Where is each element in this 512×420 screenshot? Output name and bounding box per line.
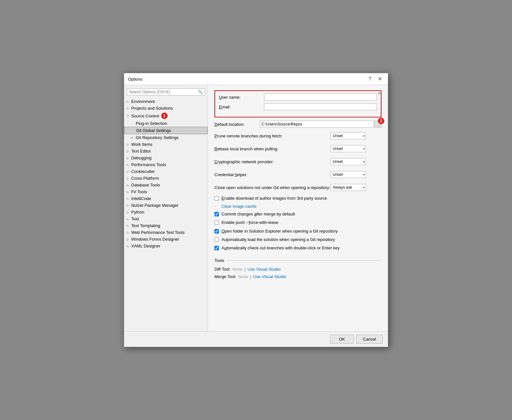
enable-download-checkbox[interactable] (214, 196, 219, 201)
sidebar-label-debugging: Debugging (131, 155, 152, 160)
scroll-up-icon[interactable]: ▲ (378, 91, 381, 95)
sidebar-label-source-control: Source Control (131, 114, 159, 118)
sidebar-item-windows-forms-designer[interactable]: ▷Windows Forms Designer (124, 236, 208, 243)
crypto-dropdown[interactable]: UnsetTrueFalse (330, 158, 366, 165)
search-box[interactable]: 🔍 (127, 88, 205, 95)
cancel-button[interactable]: Cancel (356, 335, 383, 344)
credential-label: Credential helper: (214, 172, 330, 177)
sidebar-item-database-tools[interactable]: ▷Database Tools (124, 182, 208, 188)
sidebar-label-web-perf-test-tools: Web Performance Test Tools (131, 230, 184, 235)
tree-arrow-work-items: ▷ (127, 143, 131, 146)
sidebar-item-git-global-settings[interactable]: Git Global Settings (124, 127, 208, 134)
sidebar-item-intellicode[interactable]: ▷IntelliCode (124, 195, 208, 202)
diff-tool-link[interactable]: Use Visual Studio (248, 267, 281, 272)
clear-image-cache-link[interactable]: Clear image cache (222, 204, 256, 209)
sidebar-item-git-repo-settings[interactable]: ▷Git Repository Settings (124, 134, 208, 141)
default-location-browse-button[interactable]: . 2 (374, 121, 381, 128)
sidebar-item-source-control[interactable]: ▽Source Control1 (124, 112, 208, 120)
sidebar: 🔍 ▷Environment▷Projects and Solutions▽So… (124, 85, 208, 331)
tree-arrow-source-control: ▽ (127, 114, 131, 117)
credential-row: Credential helper: UnsetTrueFalse ▾ (214, 170, 381, 179)
default-location-label: Default location: (214, 122, 260, 127)
sidebar-item-nuget-package-manager[interactable]: ▷NuGet Package Manager (124, 202, 208, 209)
sidebar-item-work-items[interactable]: ▷Work Items (124, 141, 208, 148)
open-folder-checkbox[interactable] (214, 229, 219, 234)
title-bar-controls: ? ✕ (367, 76, 384, 82)
sidebar-item-performance-tools[interactable]: ▷Performance Tools (124, 161, 208, 168)
diff-tool-sep: | (244, 267, 245, 272)
tree-arrow-environment: ▷ (127, 100, 131, 103)
username-input[interactable] (264, 94, 377, 101)
sidebar-item-xaml-designer[interactable]: ▷XAML Designer (124, 243, 208, 249)
default-location-row: Default location: . 2 (214, 121, 381, 128)
tools-divider-line (227, 260, 381, 261)
main-content: ▲ User name: Email: Default location: . … (208, 85, 388, 331)
commit-changes-row: Commit changes after merge by default (214, 211, 381, 217)
sidebar-item-text-editor[interactable]: ▷Text Editor (124, 148, 208, 155)
close-solutions-row: Close open solutions not under Git when … (214, 183, 381, 192)
clear-image-cache-link-row: Clear image cache (222, 204, 381, 209)
commit-changes-label: Commit changes after merge by default (222, 211, 295, 217)
sidebar-item-cross-platform[interactable]: ▷Cross Platform (124, 175, 208, 182)
dialog-body: 🔍 ▷Environment▷Projects and Solutions▽So… (124, 85, 388, 331)
sidebar-item-web-perf-test-tools[interactable]: ▷Web Performance Test Tools (124, 229, 208, 236)
badge-2: 2 (378, 118, 384, 124)
tree-arrow-text-templating: ▷ (127, 224, 131, 227)
search-input[interactable] (129, 90, 198, 94)
tools-divider: Tools (214, 258, 381, 263)
rebase-dropdown[interactable]: UnsetTrueFalse (330, 145, 366, 152)
sidebar-label-cross-platform: Cross Platform (131, 176, 159, 181)
email-label: Email: (219, 105, 264, 109)
tree-arrow-python: ▷ (127, 211, 131, 214)
sidebar-label-windows-forms-designer: Windows Forms Designer (131, 237, 179, 242)
auto-checkout-checkbox[interactable] (214, 246, 219, 250)
email-input[interactable] (264, 103, 377, 110)
auto-load-checkbox[interactable] (214, 237, 219, 242)
sidebar-item-cookiecutter[interactable]: ▷Cookiecutter (124, 168, 208, 175)
credential-dropdown-wrap: UnsetTrueFalse ▾ (330, 171, 366, 178)
sidebar-item-test[interactable]: ▷Test (124, 215, 208, 222)
merge-tool-link[interactable]: Use Visual Studio (253, 274, 286, 279)
prune-dropdown[interactable]: UnsetTrueFalse (330, 132, 366, 139)
merge-tool-sep: | (250, 274, 251, 279)
commit-changes-checkbox[interactable] (214, 212, 219, 216)
sidebar-label-text-editor: Text Editor (131, 149, 151, 154)
sidebar-item-plugin-selection[interactable]: Plug-in Selection (124, 120, 208, 127)
badge-1: 1 (161, 113, 168, 119)
sidebar-item-debugging[interactable]: ▷Debugging (124, 155, 208, 161)
rebase-label: Rebase local branch when pulling: (214, 146, 330, 151)
tree-arrow-performance-tools: ▷ (127, 163, 131, 166)
help-button[interactable]: ? (367, 76, 373, 82)
rebase-row: Rebase local branch when pulling: UnsetT… (214, 144, 381, 154)
sidebar-label-work-items: Work Items (131, 142, 153, 147)
close-solutions-dropdown-wrap: Always askYesNo ▾ (330, 184, 366, 191)
email-row: Email: (219, 103, 377, 110)
sidebar-item-projects-solutions[interactable]: ▷Projects and Solutions (124, 105, 208, 112)
close-button[interactable]: ✕ (376, 76, 384, 82)
sidebar-item-fsharp-tools[interactable]: ▷F# Tools (124, 188, 208, 195)
close-solutions-dropdown[interactable]: Always askYesNo (330, 184, 366, 191)
diff-tool-value: None (232, 267, 242, 272)
sidebar-item-environment[interactable]: ▷Environment (124, 98, 208, 105)
merge-tool-label: Merge Tool: (214, 274, 236, 279)
dialog-title: Options (128, 77, 143, 82)
sidebar-label-plugin-selection: Plug-in Selection (136, 121, 167, 126)
enable-download-label: Enable download of author images from 3r… (222, 195, 327, 201)
crypto-label: Cryptographic network provider: (214, 159, 330, 164)
credential-dropdown[interactable]: UnsetTrueFalse (330, 171, 366, 178)
sidebar-item-text-templating[interactable]: ▷Text Templating (124, 222, 208, 229)
ok-button[interactable]: OK (330, 335, 354, 344)
sidebar-item-python[interactable]: ▷Python (124, 209, 208, 215)
default-location-input[interactable] (260, 121, 374, 128)
sidebar-label-projects-solutions: Projects and Solutions (131, 106, 173, 111)
auto-checkout-label: Automatically check out branches with do… (222, 245, 340, 251)
enable-push-checkbox[interactable] (214, 220, 219, 225)
open-folder-label: Open folder in Solution Explorer when op… (222, 228, 338, 234)
auto-load-row: Automatically load the solution when ope… (214, 237, 381, 243)
sidebar-label-python: Python (131, 210, 144, 215)
tree-arrow-xaml-designer: ▷ (127, 245, 131, 248)
tree-arrow-text-editor: ▷ (127, 150, 131, 153)
auto-load-label: Automatically load the solution when ope… (222, 237, 335, 243)
sidebar-label-performance-tools: Performance Tools (131, 162, 166, 167)
tree-arrow-cross-platform: ▷ (127, 177, 131, 180)
